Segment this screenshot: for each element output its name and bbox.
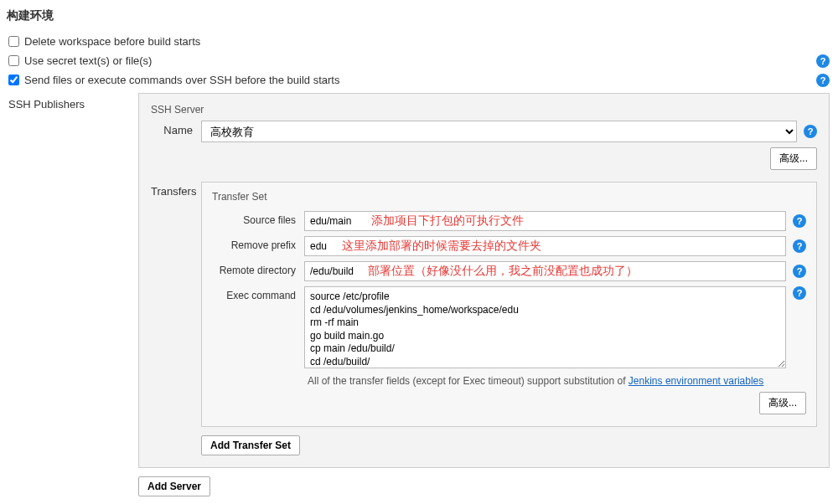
transfer-set-legend: Transfer Set <box>212 191 806 203</box>
checkbox-use-secret[interactable] <box>8 55 19 66</box>
publishers-label: SSH Publishers <box>8 93 138 111</box>
option-send-files: Send files or execute commands over SSH … <box>0 70 838 90</box>
label-use-secret: Use secret text(s) or file(s) <box>24 54 152 67</box>
remove-prefix-label: Remove prefix <box>212 236 304 251</box>
help-icon[interactable]: ? <box>816 54 830 68</box>
transfers-content: Transfer Set Source files ? 添加项目下打包的可执行文… <box>201 182 817 455</box>
transfer-set-fieldset: Transfer Set Source files ? 添加项目下打包的可执行文… <box>201 182 817 427</box>
ssh-server-legend: SSH Server <box>151 104 817 116</box>
advanced-button[interactable]: 高级... <box>770 147 817 170</box>
name-label: Name <box>151 121 201 136</box>
remote-dir-label: Remote directory <box>212 261 304 276</box>
ssh-server-fieldset: SSH Server Name 高校教育 ? 高级... Transfers T… <box>138 93 830 468</box>
help-icon[interactable]: ? <box>793 239 806 253</box>
help-icon[interactable]: ? <box>793 214 806 228</box>
env-vars-link[interactable]: Jenkins environment variables <box>628 375 763 387</box>
section-title: 构建环境 <box>0 0 838 32</box>
remove-prefix-input[interactable] <box>304 236 786 256</box>
publishers-content: SSH Server Name 高校教育 ? 高级... Transfers T… <box>138 93 830 496</box>
add-transfer-set-button[interactable]: Add Transfer Set <box>201 435 300 455</box>
substitution-info: All of the transfer fields (except for E… <box>304 375 806 387</box>
transfer-advanced-button[interactable]: 高级... <box>759 392 806 414</box>
help-icon[interactable]: ? <box>816 74 830 87</box>
help-icon[interactable]: ? <box>804 125 817 138</box>
exec-cmd-textarea[interactable]: source /etc/profile cd /edu/volumes/jenk… <box>304 286 786 368</box>
name-select[interactable]: 高校教育 <box>201 121 797 142</box>
help-icon[interactable]: ? <box>793 286 806 300</box>
option-delete-workspace: Delete workspace before build starts <box>0 32 838 51</box>
label-delete-workspace: Delete workspace before build starts <box>24 35 200 48</box>
add-server-button[interactable]: Add Server <box>138 476 210 496</box>
source-files-input[interactable] <box>304 211 786 231</box>
checkbox-send-files[interactable] <box>8 75 19 85</box>
option-use-secret: Use secret text(s) or file(s) ? <box>0 51 838 70</box>
help-icon[interactable]: ? <box>793 265 806 278</box>
checkbox-delete-workspace[interactable] <box>8 36 19 47</box>
source-files-label: Source files <box>212 211 304 226</box>
exec-cmd-label: Exec command <box>212 286 304 301</box>
transfers-label: Transfers <box>151 182 201 455</box>
remote-dir-input[interactable] <box>304 261 786 281</box>
label-send-files: Send files or execute commands over SSH … <box>24 74 339 86</box>
